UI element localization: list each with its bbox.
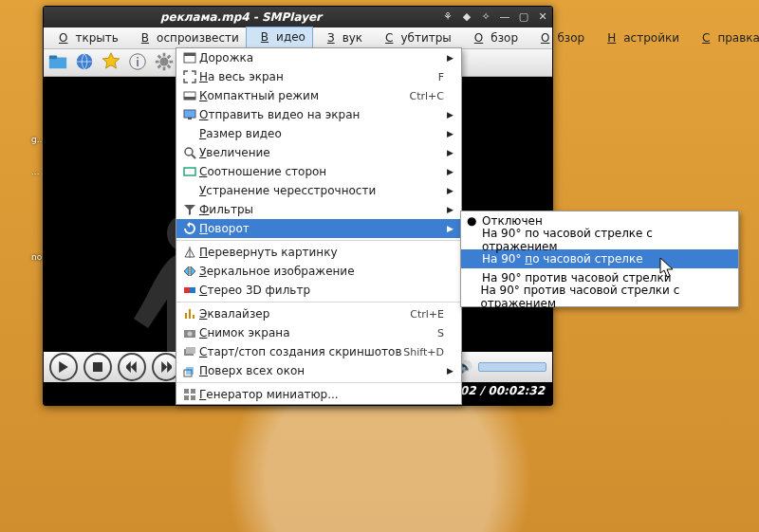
menu-item-label: Устранение чересстрочности [199, 184, 444, 197]
menu-item-label: Снимок экрана [199, 326, 437, 339]
menu-item[interactable]: Увеличение▶ [176, 143, 461, 162]
menu-item-label: Зеркальное изображение [199, 265, 444, 278]
aspect-icon [180, 165, 199, 178]
menu-item[interactable]: Дорожка▶ [176, 48, 461, 67]
menu-item-label: Перевернуть картинку [199, 246, 444, 259]
submenu-item-label: На 90° по часовой стрелке [482, 252, 643, 266]
menu-настройки[interactable]: Настройки [592, 28, 687, 48]
play-button[interactable] [49, 353, 78, 381]
menu-item-label: Стерео 3D фильтр [199, 284, 444, 297]
menu-видео[interactable]: Видео [246, 27, 313, 48]
submenu-arrow-icon: ▶ [444, 110, 454, 119]
menu-item-label: Эквалайзер [199, 307, 410, 321]
submenu-arrow-icon: ▶ [444, 205, 454, 214]
rewind-button[interactable] [118, 353, 146, 381]
menu-item-label: Фильтры [199, 203, 444, 216]
svg-point-16 [185, 148, 193, 156]
compact-icon [180, 89, 199, 102]
menu-item[interactable]: Компактный режимCtrl+C [176, 86, 461, 105]
menu-item-label: Поверх всех окон [199, 364, 444, 377]
menu-item[interactable]: Размер видео▶ [176, 124, 461, 143]
shots-icon [180, 345, 199, 358]
globe-icon[interactable] [74, 51, 95, 75]
menubar[interactable]: ОткрытьВоспроизвестиВидеоЗвукСубтитрыОбз… [44, 28, 552, 49]
menu-item-label: Компактный режим [199, 89, 410, 102]
settings-gear-icon[interactable] [154, 51, 175, 75]
flip-icon [180, 246, 199, 259]
menu-item-label: Генератор миниатюр... [199, 388, 444, 401]
submenu-arrow-icon: ▶ [444, 366, 454, 376]
menu-item[interactable]: Перевернуть картинку [176, 243, 461, 262]
minimize-button[interactable]: — [497, 9, 512, 25]
submenu-item-label: На 90° против часовой стрелки [482, 271, 671, 284]
close-button[interactable]: ✕ [535, 9, 550, 25]
menu-item[interactable]: Устранение чересстрочности▶ [176, 181, 461, 200]
menu-обзор[interactable]: Обзор [459, 28, 526, 48]
svg-rect-26 [186, 367, 194, 375]
menu-воспроизвести[interactable]: Воспроизвести [126, 28, 247, 48]
menu-shortcut: Ctrl+C [410, 90, 444, 102]
window-title: реклама.mp4 - SMPlayer [44, 10, 438, 24]
stop-button[interactable] [83, 353, 112, 381]
svg-rect-25 [186, 347, 195, 354]
favorites-icon[interactable] [101, 51, 121, 75]
3d-icon [180, 284, 199, 297]
menu-item-label: Размер видео [199, 127, 444, 140]
menu-item[interactable]: На весь экранF [176, 67, 461, 86]
menu-item[interactable]: Отправить видео на экран▶ [176, 105, 461, 124]
svg-line-17 [192, 155, 195, 158]
menu-обзор[interactable]: Обзор [526, 28, 592, 48]
open-file-icon[interactable] [47, 51, 68, 75]
volume-slider[interactable] [478, 362, 546, 372]
submenu-item-label: На 90° против часовой стрелки с отражени… [480, 284, 731, 310]
network-icon[interactable]: ⚘ [440, 9, 455, 25]
up-icon[interactable]: ◆ [459, 9, 474, 25]
zoom-icon [180, 146, 199, 159]
submenu-item[interactable]: На 90° против часовой стрелки с отражени… [461, 287, 738, 306]
menu-item[interactable]: Поворот▶ [176, 219, 461, 238]
menu-item-label: Соотношение сторон [199, 165, 444, 178]
svg-text:i: i [136, 54, 139, 68]
rotate-icon [180, 222, 199, 235]
video-menu[interactable]: Дорожка▶На весь экранFКомпактный режимCt… [176, 47, 462, 405]
submenu-item[interactable]: На 90° по часовой стрелке с отражением [461, 230, 738, 249]
fullscreen-icon [180, 70, 199, 83]
submenu-arrow-icon: ▶ [444, 224, 454, 233]
menu-item-label: Отправить видео на экран [199, 108, 444, 121]
menu-item[interactable]: Снимок экранаS [176, 323, 461, 342]
maximize-button[interactable]: ▢ [516, 9, 531, 25]
thumb-icon [180, 388, 199, 401]
menu-item[interactable]: Старт/стоп создания скриншотовShift+D [176, 342, 461, 361]
menu-item[interactable]: Генератор миниатюр... [176, 385, 461, 404]
svg-rect-31 [191, 395, 195, 400]
menu-справка[interactable]: Справка [687, 28, 759, 48]
svg-rect-20 [184, 287, 190, 293]
svg-rect-9 [93, 362, 102, 372]
menu-item[interactable]: Зеркальное изображение [176, 262, 461, 281]
svg-rect-29 [191, 389, 195, 394]
info-icon[interactable]: i [127, 51, 148, 75]
menu-item-label: Старт/стоп создания скриншотов [199, 345, 403, 358]
svg-rect-11 [184, 53, 195, 56]
menu-item[interactable]: Стерео 3D фильтр [176, 281, 461, 300]
shot-icon [180, 326, 199, 339]
menu-звук[interactable]: Звук [312, 28, 370, 48]
menu-item[interactable]: Поверх всех окон▶ [176, 361, 461, 380]
menu-item[interactable]: Соотношение сторон▶ [176, 162, 461, 181]
menu-субтитры[interactable]: Субтитры [370, 28, 459, 48]
menu-открыть[interactable]: Открыть [44, 28, 126, 48]
rotate-submenu[interactable]: ●ОтключенНа 90° по часовой стрелке с отр… [460, 211, 739, 307]
mirror-icon [180, 265, 199, 278]
menu-shortcut: S [437, 327, 444, 339]
submenu-arrow-icon: ▶ [444, 53, 454, 63]
menu-item-label: Поворот [199, 222, 444, 235]
svg-rect-14 [184, 110, 195, 118]
menu-item[interactable]: ЭквалайзерCtrl+E [176, 304, 461, 323]
menu-shortcut: Shift+D [403, 346, 444, 358]
menu-item[interactable]: Фильтры▶ [176, 200, 461, 219]
submenu-item-label: На 90° по часовой стрелке с отражением [482, 227, 731, 253]
svg-rect-30 [184, 395, 189, 400]
titlebar[interactable]: реклама.mp4 - SMPlayer ⚘ ◆ ✧ — ▢ ✕ [44, 7, 552, 28]
svg-rect-13 [184, 97, 195, 100]
settings-icon[interactable]: ✧ [478, 9, 493, 25]
